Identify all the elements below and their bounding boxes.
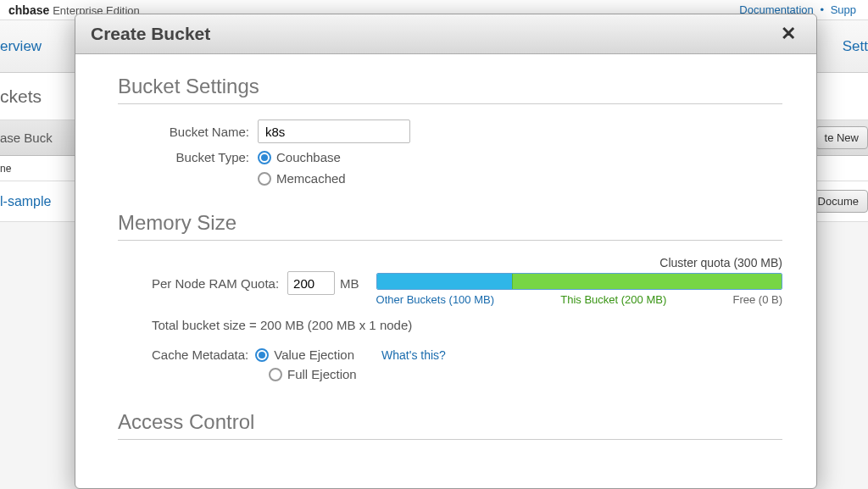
radio-couchbase[interactable]: Couchbase bbox=[258, 150, 341, 164]
radio-icon bbox=[258, 151, 271, 164]
radio-value-ejection[interactable]: Value Ejection bbox=[255, 347, 354, 362]
tab-overview[interactable]: erview bbox=[0, 38, 42, 55]
tab-settings[interactable]: Sett bbox=[843, 38, 868, 55]
quota-bar-area: Cluster quota (300 MB) Other Buckets (10… bbox=[376, 256, 782, 306]
radio-memcached[interactable]: Memcached bbox=[258, 171, 346, 186]
divider bbox=[118, 240, 782, 241]
dialog-body: Bucket Settings Bucket Name: Bucket Type… bbox=[75, 54, 816, 488]
dialog-title: Create Bucket bbox=[91, 24, 210, 44]
divider bbox=[118, 439, 782, 440]
bar-this-bucket bbox=[512, 274, 782, 289]
bucket-name-label: Bucket Name: bbox=[118, 125, 258, 139]
divider bbox=[118, 103, 782, 104]
radio-icon bbox=[255, 348, 269, 362]
documents-button[interactable]: Docume bbox=[809, 190, 868, 213]
close-icon[interactable]: ✕ bbox=[776, 23, 801, 45]
sample-name[interactable]: l-sample bbox=[0, 194, 51, 209]
breadcrumb-fragment: ase Buck bbox=[0, 131, 53, 145]
radio-couchbase-label: Couchbase bbox=[276, 150, 341, 164]
bucket-name-input[interactable] bbox=[258, 119, 410, 143]
bucket-type-row-2: Memcached bbox=[118, 171, 782, 186]
legend-this-bucket: This Bucket (200 MB) bbox=[560, 293, 666, 306]
legend-other-buckets: Other Buckets (100 MB) bbox=[376, 293, 494, 306]
section-memory-size: Memory Size bbox=[118, 211, 782, 235]
ram-quota-input[interactable] bbox=[287, 271, 335, 295]
radio-icon bbox=[269, 368, 282, 381]
cache-metadata-label: Cache Metadata: bbox=[152, 347, 248, 362]
quota-legend: Other Buckets (100 MB) This Bucket (200 … bbox=[376, 293, 782, 306]
create-new-button[interactable]: te New bbox=[815, 126, 868, 149]
section-access-control: Access Control bbox=[118, 410, 782, 434]
brand-name: chbase bbox=[8, 3, 49, 17]
legend-free: Free (0 B) bbox=[732, 293, 782, 306]
cache-metadata-row-2: Full Ejection bbox=[269, 367, 782, 381]
ram-quota-row: Per Node RAM Quota: MB Cluster quota (30… bbox=[118, 256, 782, 306]
create-bucket-dialog: Create Bucket ✕ Bucket Settings Bucket N… bbox=[75, 14, 817, 489]
bar-other-buckets bbox=[377, 274, 512, 289]
bucket-name-row: Bucket Name: bbox=[118, 119, 782, 143]
bucket-type-row: Bucket Type: Couchbase bbox=[118, 150, 782, 164]
dialog-header: Create Bucket ✕ bbox=[75, 14, 816, 54]
cluster-quota-text: Cluster quota (300 MB) bbox=[376, 256, 782, 270]
radio-memcached-label: Memcached bbox=[276, 171, 346, 186]
support-link[interactable]: Supp bbox=[831, 3, 856, 16]
total-bucket-size: Total bucket size = 200 MB (200 MB x 1 n… bbox=[152, 318, 782, 332]
ram-quota-left: Per Node RAM Quota: MB bbox=[118, 256, 376, 295]
radio-full-ejection[interactable]: Full Ejection bbox=[269, 367, 357, 381]
ram-quota-unit: MB bbox=[340, 276, 359, 291]
bucket-type-label: Bucket Type: bbox=[118, 150, 258, 164]
ram-quota-label: Per Node RAM Quota: bbox=[152, 276, 279, 291]
section-bucket-settings: Bucket Settings bbox=[118, 75, 782, 98]
subtab-buckets[interactable]: ckets bbox=[0, 86, 42, 107]
header-fragment: ne bbox=[0, 163, 11, 175]
radio-full-ejection-label: Full Ejection bbox=[287, 367, 357, 381]
cache-metadata-row: Cache Metadata: Value Ejection What's th… bbox=[152, 347, 782, 362]
radio-value-ejection-label: Value Ejection bbox=[274, 347, 354, 362]
quota-bar bbox=[376, 273, 782, 290]
whats-this-link[interactable]: What's this? bbox=[381, 348, 446, 362]
radio-icon bbox=[258, 172, 271, 186]
